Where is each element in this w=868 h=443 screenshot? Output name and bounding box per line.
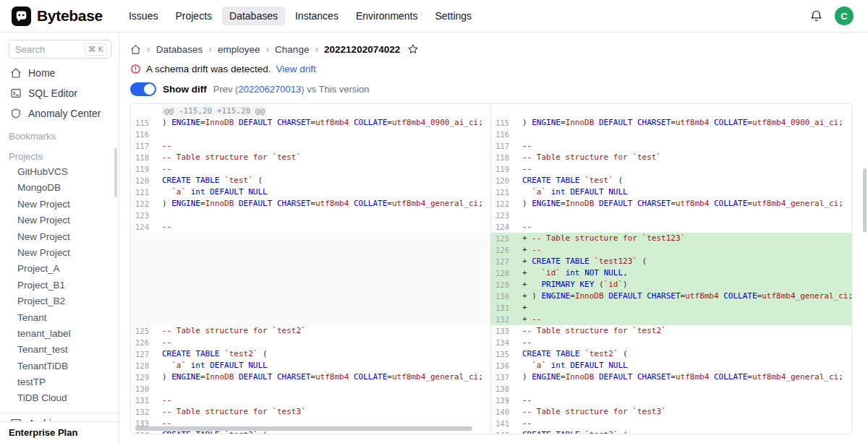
diff-pane-left: @@ -115,20 +115,28 @@115) ENGINE=InnoDB … <box>131 104 491 434</box>
compare-suffix: ) vs This version <box>301 84 369 95</box>
diff-line: 128 `a` int DEFAULT NULL <box>131 360 490 371</box>
sidebar-project-item[interactable]: New Project <box>0 197 119 212</box>
sidebar-project-item[interactable]: testTP <box>0 374 119 390</box>
breadcrumb-separator: › <box>315 44 318 54</box>
diff-line: 142CREATE TABLE `test3` ( <box>491 429 851 434</box>
diff-line: 140-- Table structure for `test3` <box>491 406 851 418</box>
bookmark-star-button[interactable] <box>407 43 419 55</box>
sidebar-project-item[interactable]: New Project <box>0 229 119 245</box>
sidebar-project-item[interactable]: tenant_label <box>0 326 119 342</box>
diff-line <box>131 279 490 291</box>
diff-line: 127CREATE TABLE `test2` ( <box>131 348 490 360</box>
diff-line <box>131 267 490 279</box>
compare-prefix: Prev ( <box>213 84 239 95</box>
sidebar-project-item[interactable]: New Project <box>0 245 119 261</box>
sidebar-project-item[interactable]: Project_B1 <box>0 278 119 293</box>
sidebar: Search ⌘ K Home SQL Editor Anomaly Cente… <box>0 33 119 443</box>
view-drift-link[interactable]: View drift <box>276 64 316 74</box>
diff-line: 119-- <box>491 163 851 175</box>
nav-item-issues[interactable]: Issues <box>122 7 165 25</box>
diff-horizontal-scrollbar[interactable] <box>135 426 472 431</box>
diff-line <box>131 256 490 267</box>
alert-text: A schema drift was detected. <box>146 64 271 74</box>
diff-line: 134-- <box>491 337 851 348</box>
show-diff-toggle[interactable] <box>130 82 156 96</box>
schema-drift-alert: A schema drift was detected. View drift <box>130 61 852 76</box>
diff-line: 123 <box>131 210 490 221</box>
search-input[interactable]: Search ⌘ K <box>9 40 111 59</box>
sidebar-project-item[interactable]: Tenant <box>0 310 119 326</box>
breadcrumb-home-icon[interactable] <box>130 44 141 55</box>
diff-line: 133-- Table structure for `test2` <box>491 325 851 337</box>
diff-line: 115) ENGINE=InnoDB DEFAULT CHARSET=utf8m… <box>491 117 851 129</box>
breadcrumb-item-change[interactable]: Change <box>275 44 309 55</box>
compare-versions-text: Prev (202206270013) vs This version <box>213 84 370 95</box>
sidebar-project-item[interactable]: MongoDB <box>0 180 119 196</box>
diff-line: 122) ENGINE=InnoDB DEFAULT CHARSET=utf8m… <box>131 198 490 210</box>
shield-icon <box>10 108 22 119</box>
diff-line: 120CREATE TABLE `test` ( <box>491 175 851 186</box>
diff-line: 132+ -- <box>491 314 851 325</box>
prev-version-link[interactable]: 202206270013 <box>238 84 301 95</box>
sidebar-item-home[interactable]: Home <box>0 63 119 83</box>
section-label-bookmarks: Bookmarks <box>0 124 119 144</box>
home-icon <box>10 67 22 79</box>
diff-line: 125+ -- Table structure for `test123` <box>491 233 851 244</box>
diff-view: @@ -115,20 +115,28 @@115) ENGINE=InnoDB … <box>130 103 852 434</box>
sidebar-project-item[interactable]: GitHubVCS <box>0 164 119 180</box>
breadcrumb-item-employee[interactable]: employee <box>218 44 260 55</box>
diff-line <box>131 291 490 302</box>
sidebar-project-item[interactable]: TenantTiDB <box>0 358 119 374</box>
breadcrumb-separator: › <box>208 44 212 54</box>
sidebar-project-item[interactable]: TiDB Cloud <box>0 390 119 406</box>
sidebar-scrollbar[interactable] <box>114 148 117 197</box>
diff-line: 123 <box>491 210 851 221</box>
drift-alert-icon <box>130 64 141 74</box>
top-navbar: Bytebase Issues Projects Databases Insta… <box>0 0 868 33</box>
nav-item-environments[interactable]: Environments <box>349 7 425 25</box>
diff-line: 139-- <box>491 395 851 406</box>
diff-line <box>131 302 490 314</box>
breadcrumb-item-databases[interactable]: Databases <box>156 44 203 55</box>
nav-item-projects[interactable]: Projects <box>168 7 219 25</box>
nav-item-instances[interactable]: Instances <box>288 7 346 25</box>
search-shortcut: ⌘ K <box>85 43 107 56</box>
sidebar-project-item[interactable]: Project_B2 <box>0 293 119 309</box>
diff-line: 120CREATE TABLE `test` ( <box>131 175 490 186</box>
diff-line: 122) ENGINE=InnoDB DEFAULT CHARSET=utf8m… <box>491 198 851 210</box>
sidebar-item-anomaly-center[interactable]: Anomaly Center <box>0 103 119 124</box>
bytebase-logo[interactable]: Bytebase <box>12 7 103 26</box>
notifications-button[interactable] <box>809 9 823 23</box>
diff-line: @@ -115,20 +115,28 @@ <box>131 106 490 117</box>
diff-line: 129+ PRIMARY KEY (`id`) <box>491 279 851 291</box>
diff-line: 118-- Table structure for `test` <box>131 152 490 163</box>
sidebar-item-label: Home <box>28 67 55 79</box>
sidebar-item-sql-editor[interactable]: SQL Editor <box>0 83 119 103</box>
main-content: › Databases › employee › Change › 202212… <box>120 33 868 443</box>
main-nav: Issues Projects Databases Instances Envi… <box>122 7 479 25</box>
diff-line: 129) ENGINE=InnoDB DEFAULT CHARSET=utf8m… <box>131 371 490 383</box>
breadcrumb-separator: › <box>265 44 269 54</box>
bytebase-logo-icon <box>12 7 31 26</box>
main-vertical-scrollbar[interactable] <box>863 168 867 232</box>
diff-line: 125-- Table structure for `test2` <box>131 325 490 337</box>
diff-line: 117-- <box>131 140 490 152</box>
show-diff-label: Show diff <box>163 84 207 95</box>
diff-line: 116 <box>131 129 490 140</box>
diff-line: 127+ CREATE TABLE `test123` ( <box>491 256 851 267</box>
nav-item-databases[interactable]: Databases <box>222 7 285 25</box>
search-placeholder: Search <box>15 44 85 55</box>
breadcrumb: › Databases › employee › Change › 202212… <box>130 41 852 57</box>
plan-badge[interactable]: Enterprise Plan <box>0 421 119 443</box>
avatar[interactable]: C <box>835 7 854 25</box>
diff-line: 117-- <box>491 140 851 152</box>
breadcrumb-separator: › <box>147 44 150 54</box>
section-label-projects: Projects <box>0 144 119 164</box>
nav-item-settings[interactable]: Settings <box>428 7 480 25</box>
sidebar-project-item[interactable]: New Project <box>0 212 119 228</box>
diff-line: 135CREATE TABLE `test2` ( <box>491 348 851 360</box>
diff-line: 126+ -- <box>491 244 851 256</box>
sidebar-project-item[interactable]: Project_A <box>0 261 119 277</box>
diff-controls: Show diff Prev (202206270013) vs This ve… <box>130 82 852 96</box>
sidebar-project-item[interactable]: Tenant_test <box>0 342 119 358</box>
